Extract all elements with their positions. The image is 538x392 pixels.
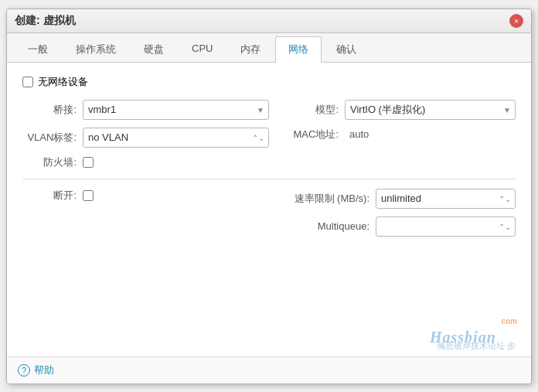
tab-cpu[interactable]: CPU [179,36,226,62]
firewall-checkbox[interactable] [83,157,94,168]
rate-select[interactable]: unlimited [376,189,516,209]
multiqueue-select[interactable] [376,216,516,237]
bottom-right-col: 速率限制 (MB/s): unlimited ⌃⌄ Multiqueue: [269,189,516,237]
help-icon: ? [18,364,30,377]
vlan-label: VLAN标签: [22,131,77,145]
watermark-com: com [501,317,517,326]
model-select[interactable]: VirtIO (半虚拟化) [345,100,516,120]
bridge-label: 桥接: [22,103,77,117]
rate-select-wrapper: unlimited ⌃⌄ [376,189,516,209]
model-label: 模型: [284,103,339,117]
help-button[interactable]: ? 帮助 [18,363,54,377]
firewall-row: 防火墙: [22,155,269,169]
bottom-left-col: 断开: [22,189,269,237]
tab-os[interactable]: 操作系统 [63,36,129,62]
disconnect-checkbox[interactable] [83,190,94,201]
rate-label: 速率限制 (MB/s): [284,192,369,206]
no-network-checkbox-row: 无网络设备 [22,75,88,89]
tab-general[interactable]: 一般 [15,36,61,62]
title-bar: 创建: 虚拟机 × [7,9,531,33]
mac-value: auto [345,128,369,140]
bottom-form-grid: 断开: 速率限制 (MB/s): unlimited ⌃⌄ [22,189,516,237]
vlan-select-wrapper: no VLAN ⌃⌄ [83,128,269,148]
rate-row: 速率限制 (MB/s): unlimited ⌃⌄ [284,189,516,209]
mac-label: MAC地址: [284,128,339,141]
no-network-label: 无网络设备 [38,75,88,89]
multiqueue-select-wrapper: ⌃⌄ [376,216,516,237]
dialog-title: 创建: 虚拟机 [15,14,76,28]
tab-confirm[interactable]: 确认 [323,36,369,62]
tab-disk[interactable]: 硬盘 [131,36,177,62]
tab-memory[interactable]: 内存 [227,36,274,62]
bridge-row: 桥接: vmbr1 ▼ [22,100,269,120]
vlan-select[interactable]: no VLAN [83,128,269,148]
firewall-label: 防火墙: [22,155,77,169]
model-row: 模型: VirtIO (半虚拟化) ▼ [284,100,516,120]
right-col: 模型: VirtIO (半虚拟化) ▼ MAC地址: auto [269,100,516,169]
watermark-main: Hassbian [430,329,496,346]
vm-create-dialog: 创建: 虚拟机 × 一般 操作系统 硬盘 CPU 内存 网络 确认 无网络设备 … [6,9,532,384]
disconnect-label: 断开: [22,189,77,203]
form-grid: 桥接: vmbr1 ▼ VLAN标签: no VLAN [22,100,516,169]
vlan-row: VLAN标签: no VLAN ⌃⌄ [22,128,269,148]
left-col: 桥接: vmbr1 ▼ VLAN标签: no VLAN [22,100,269,169]
close-button[interactable]: × [509,14,523,28]
mac-row: MAC地址: auto [284,128,516,141]
watermark: Hassbian com 瀚思彼岸技术论坛 步 [430,329,516,352]
disconnect-row: 断开: [22,189,269,203]
dialog-content: 无网络设备 桥接: vmbr1 ▼ VLAN标 [7,63,531,356]
tab-bar: 一般 操作系统 硬盘 CPU 内存 网络 确认 [7,33,531,63]
bridge-select[interactable]: vmbr1 [83,100,269,120]
footer: ? 帮助 [7,356,531,383]
no-network-checkbox[interactable] [22,77,33,87]
help-label: 帮助 [34,363,54,377]
multiqueue-row: Multiqueue: ⌃⌄ [284,216,516,237]
multiqueue-label: Multiqueue: [284,220,369,232]
bridge-select-wrapper: vmbr1 ▼ [83,100,269,120]
model-select-wrapper: VirtIO (半虚拟化) ▼ [345,100,516,120]
divider-1 [22,179,516,179]
no-network-row: 无网络设备 [22,75,516,89]
tab-network[interactable]: 网络 [275,36,322,63]
